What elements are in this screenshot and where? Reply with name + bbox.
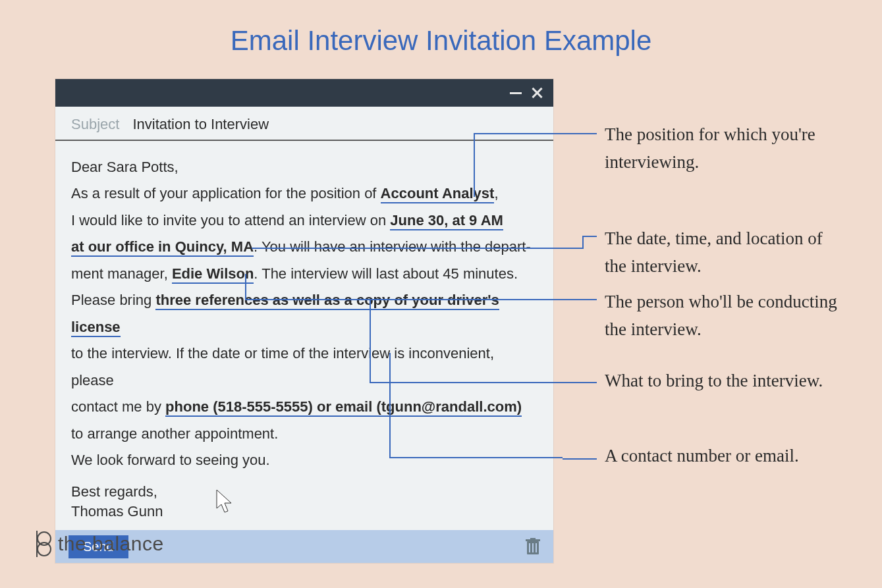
annotation-datetime: The date, time, and location of the inte… — [605, 225, 842, 281]
subject-row: Subject Invitation to Interview — [55, 107, 553, 141]
svg-rect-4 — [532, 543, 534, 552]
body-line: to the interview. If the date or time of… — [71, 340, 537, 394]
subject-input[interactable]: Invitation to Interview — [132, 116, 269, 133]
body-text: . You will have an interview with the de… — [254, 238, 531, 255]
page-title: Email Interview Invitation Example — [0, 0, 882, 57]
body-text: contact me by — [71, 398, 165, 415]
annotation-contact: A contact number or email. — [605, 442, 799, 470]
svg-rect-3 — [529, 543, 530, 552]
body-line: Please bring three references as well as… — [71, 287, 537, 340]
body-line: I would like to invite you to attend an … — [71, 207, 537, 234]
leader-line — [582, 299, 597, 300]
email-body[interactable]: Dear Sara Potts, As a result of your app… — [55, 141, 553, 530]
highlight-contact: phone (518-555-5555) or email (tgunn@ran… — [165, 398, 522, 417]
body-line: at our office in Quincy, MA. You will ha… — [71, 234, 537, 260]
body-line: to arrange another appointment. — [71, 421, 537, 447]
highlight-datetime: June 30, at 9 AM — [390, 212, 503, 230]
highlight-position: Account Analyst — [381, 185, 495, 203]
sig-line: Thomas Gunn — [71, 502, 537, 522]
body-text: ment manager, — [71, 265, 172, 282]
body-text: Please bring — [71, 292, 155, 308]
body-text: , — [494, 185, 498, 201]
body-line: contact me by phone (518-555-5555) or em… — [71, 394, 537, 420]
highlight-interviewer: Edie Wilson — [172, 265, 254, 284]
trash-icon[interactable] — [526, 538, 540, 555]
brand-icon — [33, 531, 53, 557]
body-text: As a result of your application for the … — [71, 185, 381, 201]
body-line: We look forward to seeing you. — [71, 447, 537, 473]
email-compose-window: Subject Invitation to Interview Dear Sar… — [55, 79, 553, 563]
body-line: ment manager, Edie Wilson. The interview… — [71, 261, 537, 287]
greeting: Dear Sara Potts, — [71, 154, 537, 180]
body-text: I would like to invite you to attend an … — [71, 212, 390, 228]
brand-name: the balance — [58, 533, 164, 555]
leader-line — [563, 458, 597, 460]
highlight-location: at our office in Quincy, MA — [71, 238, 254, 257]
subject-label: Subject — [71, 116, 119, 133]
leader-line — [582, 133, 597, 134]
brand-logo: the balance — [33, 531, 164, 557]
svg-rect-2 — [530, 538, 536, 540]
minimize-icon[interactable] — [510, 92, 522, 94]
sig-line: Best regards, — [71, 482, 537, 502]
annotation-position: The position for which you're interviewi… — [605, 121, 842, 176]
leader-line — [582, 236, 597, 249]
close-icon[interactable] — [531, 87, 543, 99]
annotation-interviewer: The person who'll be conducting the inte… — [605, 288, 842, 344]
annotation-bring: What to bring to the interview. — [605, 367, 823, 395]
body-line: As a result of your application for the … — [71, 180, 537, 207]
window-title-bar — [55, 79, 553, 107]
body-text: . The interview will last about 45 minut… — [254, 265, 518, 282]
svg-rect-5 — [536, 543, 537, 552]
signature: Best regards, Thomas Gunn — [71, 482, 537, 523]
